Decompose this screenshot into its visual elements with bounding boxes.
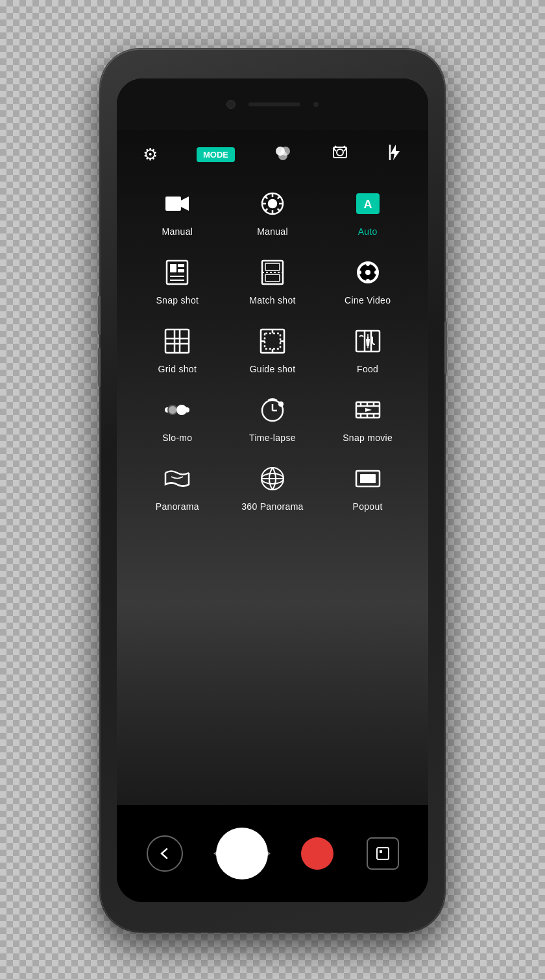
shutter-button[interactable] (216, 828, 268, 879)
svg-point-2 (278, 151, 287, 160)
360-panorama-label: 360 Panorama (241, 501, 303, 512)
time-lapse-icon (256, 394, 289, 426)
mode-item-panorama[interactable]: Panorama (135, 462, 219, 512)
svg-point-36 (357, 270, 361, 274)
mode-item-manual-video[interactable]: Manual (135, 187, 219, 237)
svg-marker-8 (181, 197, 189, 211)
back-button[interactable] (147, 835, 183, 872)
food-icon (352, 325, 384, 357)
mode-row-3: Grid shot (130, 325, 415, 374)
mode-grid: Manual (117, 174, 428, 902)
svg-rect-80 (380, 850, 382, 853)
slo-mo-icon (161, 394, 193, 426)
mode-item-snap-shot[interactable]: Snap shot (135, 256, 219, 305)
svg-rect-7 (165, 197, 181, 211)
phone-screen: ⚙ MODE (117, 78, 428, 902)
match-shot-icon (256, 256, 289, 289)
popout-icon (352, 462, 384, 495)
mode-item-grid-shot[interactable]: Grid shot (135, 325, 219, 374)
svg-rect-78 (360, 474, 376, 483)
snap-movie-label: Snap movie (343, 433, 393, 443)
svg-point-35 (366, 279, 370, 283)
svg-point-57 (169, 406, 176, 414)
mode-item-cine-video[interactable]: Cine Video (326, 256, 410, 305)
svg-marker-73 (365, 408, 372, 412)
settings-icon[interactable]: ⚙ (143, 145, 158, 165)
svg-point-56 (176, 405, 187, 415)
svg-line-17 (265, 208, 267, 211)
cine-video-label: Cine Video (345, 295, 391, 305)
svg-point-34 (366, 262, 370, 266)
volume-up-button[interactable] (98, 296, 101, 335)
svg-point-33 (365, 270, 370, 275)
front-camera (226, 100, 236, 109)
svg-rect-24 (178, 269, 184, 272)
snap-shot-label: Snap shot (156, 295, 199, 305)
grid-shot-label: Grid shot (158, 364, 197, 374)
svg-point-4 (337, 149, 343, 156)
bottom-nav (117, 805, 428, 902)
auto-label: Auto (358, 226, 378, 237)
mode-item-food[interactable]: Food (326, 325, 410, 374)
manual-video-label: Manual (162, 226, 193, 237)
svg-line-15 (278, 208, 280, 211)
svg-rect-30 (265, 274, 280, 281)
svg-rect-44 (265, 333, 280, 349)
svg-line-16 (278, 196, 280, 198)
mode-item-snap-movie[interactable]: Snap movie (326, 394, 410, 443)
mode-row-4: Slo-mo (130, 394, 415, 443)
manual-photo-label: Manual (257, 226, 288, 237)
mode-item-guide-shot[interactable]: Guide shot (230, 325, 315, 374)
svg-marker-5 (391, 145, 400, 160)
colors-icon[interactable] (274, 143, 292, 166)
360-panorama-icon (256, 462, 289, 495)
mode-row-2: Snap shot Match shot (130, 256, 415, 305)
svg-rect-38 (165, 329, 189, 353)
svg-rect-79 (377, 848, 389, 859)
phone-top-bar (117, 78, 428, 130)
svg-rect-29 (265, 263, 280, 270)
mode-item-match-shot[interactable]: Match shot (230, 256, 315, 305)
svg-line-14 (265, 196, 267, 198)
speaker-grill (248, 102, 300, 106)
snap-shot-icon (161, 256, 193, 289)
mode-item-popout[interactable]: Popout (326, 462, 410, 512)
cine-video-icon (352, 256, 384, 289)
food-label: Food (357, 364, 378, 374)
volume-down-button[interactable] (98, 348, 101, 387)
flip-camera-icon[interactable] (331, 143, 349, 166)
mode-badge[interactable]: MODE (197, 147, 235, 162)
top-toolbar: ⚙ MODE (117, 136, 428, 174)
phone-device: ⚙ MODE (101, 49, 444, 931)
time-lapse-label: Time-lapse (249, 433, 296, 443)
svg-point-37 (374, 270, 378, 274)
guide-shot-icon (256, 325, 289, 357)
panorama-icon (161, 462, 193, 495)
flash-icon[interactable] (388, 143, 402, 166)
popout-label: Popout (353, 501, 383, 512)
slo-mo-label: Slo-mo (162, 433, 192, 443)
mode-item-auto[interactable]: A Auto (326, 187, 410, 237)
mode-row-5: Panorama 360 (130, 462, 415, 512)
gallery-button[interactable] (367, 837, 399, 870)
svg-text:A: A (363, 198, 372, 211)
match-shot-label: Match shot (249, 295, 295, 305)
power-button[interactable] (444, 322, 447, 374)
manual-video-icon (161, 187, 193, 220)
mode-item-360-panorama[interactable]: 360 Panorama (230, 462, 315, 512)
auto-icon: A (352, 187, 384, 220)
svg-point-18 (269, 200, 276, 208)
grid-shot-icon (161, 325, 193, 357)
manual-photo-icon (256, 187, 289, 220)
svg-rect-23 (178, 264, 184, 267)
mode-row-1: Manual (130, 187, 415, 237)
snap-movie-icon (352, 394, 384, 426)
mode-item-time-lapse[interactable]: Time-lapse (230, 394, 315, 443)
mode-item-slo-mo[interactable]: Slo-mo (135, 394, 219, 443)
camera-ui: ⚙ MODE (117, 78, 428, 902)
mode-item-manual-photo[interactable]: Manual (230, 187, 315, 237)
guide-shot-label: Guide shot (250, 364, 296, 374)
svg-rect-22 (170, 264, 176, 272)
record-button[interactable] (301, 837, 333, 870)
sensor-dot (313, 102, 319, 107)
